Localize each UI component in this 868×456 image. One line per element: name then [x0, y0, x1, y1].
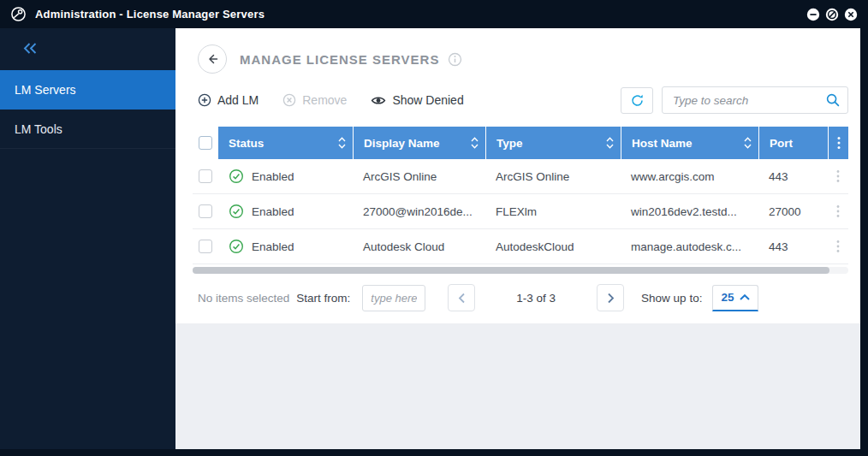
chevron-up-icon — [471, 137, 479, 142]
selection-status: No items selected — [198, 292, 289, 305]
add-lm-label: Add LM — [217, 93, 259, 107]
chevron-down-icon — [744, 144, 752, 149]
double-chevron-left-icon — [22, 42, 39, 55]
add-lm-button[interactable]: Add LM — [198, 93, 259, 107]
type-cell: ArcGIS Online — [485, 159, 621, 193]
table-row[interactable]: Enabled ArcGIS Online ArcGIS Online www.… — [193, 159, 848, 194]
column-header-display-name[interactable]: Display Name — [353, 127, 485, 159]
chevron-down-icon — [606, 144, 614, 149]
refresh-button[interactable] — [621, 87, 653, 114]
host-name-cell: www.arcgis.com — [621, 159, 758, 193]
back-button[interactable] — [198, 44, 227, 74]
row-menu-button[interactable] — [828, 159, 848, 193]
chevron-up-icon — [740, 294, 750, 300]
column-header-status[interactable]: Status — [218, 127, 353, 159]
port-cell: 443 — [758, 159, 828, 193]
check-circle-icon — [229, 239, 244, 254]
row-checkbox-cell — [193, 194, 218, 228]
horizontal-scrollbar[interactable] — [193, 267, 848, 274]
remove-label: Remove — [302, 93, 347, 107]
status-cell: Enabled — [218, 194, 353, 228]
sort-control[interactable] — [338, 137, 346, 149]
sidebar-collapse-button[interactable] — [0, 28, 39, 67]
search-icon[interactable] — [825, 92, 841, 108]
column-label: Status — [229, 137, 264, 150]
kebab-menu-icon — [836, 169, 840, 183]
sidebar-item-lm-servers[interactable]: LM Servers — [0, 70, 175, 110]
row-checkbox-cell — [193, 229, 218, 264]
sidebar-item-label: LM Servers — [15, 83, 76, 97]
block-button[interactable] — [825, 8, 839, 21]
x-circle-icon — [282, 93, 296, 107]
next-page-button[interactable] — [597, 284, 624, 311]
page-size-value: 25 — [721, 291, 734, 304]
sidebar: LM Servers LM Tools — [0, 28, 175, 449]
sort-control[interactable] — [744, 137, 752, 149]
chevron-down-icon — [338, 144, 346, 149]
select-all-checkbox[interactable] — [199, 136, 212, 150]
host-name-cell: win2016dev2.testd... — [621, 194, 758, 228]
display-name-cell: Autodesk Cloud — [353, 229, 485, 264]
check-circle-icon — [229, 204, 244, 219]
chevron-up-icon — [744, 137, 752, 142]
display-name-cell: 27000@win2016de... — [353, 194, 485, 228]
status-text: Enabled — [252, 170, 294, 183]
search-box — [662, 86, 848, 114]
row-checkbox[interactable] — [199, 240, 212, 253]
sidebar-item-lm-tools[interactable]: LM Tools — [0, 110, 175, 149]
column-menu-button[interactable] — [828, 127, 848, 159]
column-label: Port — [770, 137, 793, 150]
status-cell: Enabled — [218, 229, 353, 264]
page-title: MANAGE LICENSE SERVERS — [240, 52, 439, 67]
status-cell: Enabled — [218, 159, 353, 193]
refresh-icon — [630, 93, 645, 108]
port-cell: 27000 — [758, 194, 828, 228]
sort-control[interactable] — [471, 137, 479, 149]
page-header: MANAGE LICENSE SERVERS — [175, 28, 860, 74]
row-menu-button[interactable] — [828, 229, 848, 264]
start-from-input[interactable] — [362, 285, 425, 311]
kebab-menu-icon — [836, 204, 840, 218]
row-checkbox[interactable] — [199, 169, 212, 183]
sort-control[interactable] — [606, 137, 614, 149]
start-from-label: Start from: — [296, 292, 350, 305]
toolbar-right — [621, 86, 848, 114]
host-name-cell: manage.autodesk.c... — [621, 229, 758, 264]
page-range-label: 1-3 of 3 — [516, 292, 556, 305]
page-size-select[interactable]: 25 — [712, 285, 758, 311]
close-button[interactable] — [844, 8, 858, 21]
status-text: Enabled — [252, 205, 294, 218]
show-denied-label: Show Denied — [392, 93, 463, 107]
kebab-menu-icon — [837, 136, 841, 150]
show-up-to-label: Show up to: — [641, 292, 702, 305]
column-header-type[interactable]: Type — [485, 127, 621, 159]
table-row[interactable]: Enabled Autodesk Cloud AutodeskCloud man… — [193, 229, 848, 264]
plus-circle-icon — [198, 93, 211, 107]
chevron-down-icon — [471, 144, 479, 149]
column-header-port[interactable]: Port — [758, 127, 828, 159]
content-background — [175, 323, 860, 449]
select-all-cell — [193, 127, 218, 159]
type-cell: AutodeskCloud — [485, 229, 621, 264]
scrollbar-thumb[interactable] — [193, 267, 829, 274]
table-header-row: Status Display Name — [193, 127, 848, 159]
chevron-right-icon — [607, 293, 615, 304]
app-window: Administration - License Manager Servers — [0, 0, 868, 456]
eye-icon — [371, 95, 386, 106]
table-row[interactable]: Enabled 27000@win2016de... FLEXlm win201… — [193, 194, 848, 229]
search-input[interactable] — [673, 94, 825, 107]
minimize-button[interactable] — [806, 8, 820, 21]
row-checkbox[interactable] — [199, 204, 212, 218]
display-name-cell: ArcGIS Online — [353, 159, 485, 193]
column-label: Host Name — [632, 137, 693, 150]
chevron-left-icon — [458, 293, 466, 304]
column-label: Display Name — [364, 137, 440, 150]
row-menu-button[interactable] — [828, 194, 848, 228]
column-label: Type — [496, 137, 523, 150]
column-header-host-name[interactable]: Host Name — [621, 127, 758, 159]
info-icon[interactable] — [448, 52, 462, 67]
remove-button[interactable]: Remove — [282, 93, 347, 107]
show-denied-button[interactable]: Show Denied — [371, 93, 463, 107]
titlebar: Administration - License Manager Servers — [0, 0, 868, 28]
previous-page-button[interactable] — [448, 284, 475, 311]
